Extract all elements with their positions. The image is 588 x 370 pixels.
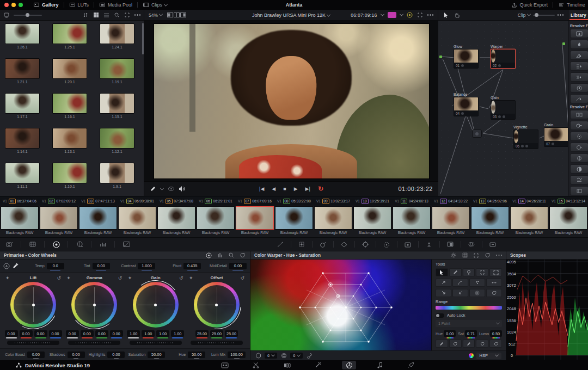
- gallery-still[interactable]: 1.26.1: [5, 23, 40, 58]
- timeline-clip[interactable]: Blackmagic RAW: [196, 206, 235, 237]
- picker-eyedropper-icon[interactable]: [12, 262, 19, 270]
- curves-icon[interactable]: [122, 240, 130, 248]
- hue-divisions-dropdown[interactable]: 6: [265, 353, 277, 359]
- warper-expand-icon[interactable]: [473, 251, 480, 259]
- multi-point-tool-button[interactable]: [469, 279, 485, 287]
- gallery-still[interactable]: 1.11.1: [5, 163, 40, 196]
- gallery-still[interactable]: 1.16.1: [52, 93, 87, 128]
- timeline-clip[interactable]: Blackmagic RAW: [549, 206, 588, 237]
- gain-green-value[interactable]: 1.00: [156, 330, 169, 337]
- wheels-reset-icon[interactable]: [240, 251, 246, 259]
- waveform-scope[interactable]: 4095 358430722560 204815361024 5120: [506, 260, 588, 360]
- next-clip-button[interactable]: ▶|: [305, 186, 310, 192]
- cut-page-button[interactable]: [249, 361, 263, 369]
- play-button[interactable]: ▶: [294, 186, 298, 192]
- wheels-mode-icon[interactable]: [205, 251, 212, 259]
- flag-icon[interactable]: [388, 12, 396, 18]
- color-boost-field[interactable]: Color Boost0.00: [4, 351, 45, 358]
- gallery-still[interactable]: 1.25.1: [52, 23, 87, 58]
- node-warper[interactable]: Warper 02: [491, 45, 516, 69]
- push-up-tool-button[interactable]: [436, 279, 451, 287]
- qualifier-icon[interactable]: [319, 240, 327, 248]
- magic-mask-icon[interactable]: [383, 240, 390, 248]
- node-combiner[interactable]: [472, 130, 482, 138]
- clip-info[interactable]: V1 13 04:25:02:06: [470, 196, 510, 206]
- reset-tool-button[interactable]: [486, 289, 502, 297]
- gain-wheel[interactable]: [133, 282, 179, 328]
- deliver-page-button[interactable]: [404, 361, 418, 369]
- flag-dropdown-icon[interactable]: [399, 13, 403, 16]
- gamma-red-value[interactable]: 0.00: [81, 330, 94, 337]
- hue-range-bar[interactable]: [436, 306, 502, 310]
- pin-tool-button[interactable]: [463, 268, 475, 276]
- minimize-window-button[interactable]: [11, 3, 16, 7]
- gain-reset-icon[interactable]: ↺: [179, 275, 183, 281]
- expand-tool-button[interactable]: [489, 268, 502, 276]
- node-mode-dropdown[interactable]: Clip: [518, 13, 530, 18]
- color-warper-icon[interactable]: [298, 240, 305, 248]
- speaker-icon[interactable]: [179, 185, 185, 193]
- timeline-clip[interactable]: Blackmagic RAW: [235, 206, 274, 237]
- offset-luminance-icon[interactable]: ✦: [189, 275, 193, 281]
- wheels-zoom-icon[interactable]: [228, 251, 235, 259]
- loop-button[interactable]: ↻: [318, 185, 323, 193]
- grid-view-icon[interactable]: [93, 11, 100, 19]
- gallery-more-icon[interactable]: [134, 14, 136, 16]
- transform-tool-button[interactable]: [476, 268, 488, 276]
- fx-directional-blur-button[interactable]: [570, 51, 588, 60]
- node-gain[interactable]: Gain 03: [491, 96, 516, 100]
- lift-luminance-icon[interactable]: ✦: [5, 275, 10, 281]
- gain-master-value[interactable]: 1.00: [127, 330, 140, 337]
- pull-tool-button[interactable]: [452, 289, 468, 297]
- gamma-master-slider[interactable]: [68, 341, 120, 345]
- lift-green-value[interactable]: 0.00: [34, 330, 47, 337]
- timeline-clip[interactable]: Blackmagic RAW: [431, 206, 470, 237]
- fx-color-generator-button[interactable]: [570, 132, 588, 141]
- warper-reset-icon[interactable]: [485, 251, 491, 259]
- lift-reset-icon[interactable]: ↺: [57, 275, 61, 281]
- link-icon[interactable]: [306, 352, 313, 360]
- timeline-clip[interactable]: Blackmagic RAW: [274, 206, 314, 237]
- tint-field[interactable]: Tint0.00: [66, 263, 110, 269]
- viewer-more-icon[interactable]: [427, 14, 429, 16]
- quick-export-button[interactable]: Quick Export: [506, 0, 553, 10]
- gain-red-value[interactable]: 1.00: [142, 330, 155, 337]
- hue-field[interactable]: Hue50.00: [165, 351, 205, 358]
- all-reset-button[interactable]: [489, 340, 502, 348]
- saturation-field[interactable]: Saturation50.00: [125, 351, 165, 358]
- fx-dehaze-button[interactable]: [570, 175, 588, 184]
- fx-contrast-pop-button[interactable]: [570, 164, 588, 174]
- gamma-blue-value[interactable]: 0.00: [110, 330, 123, 337]
- warper-hue-field[interactable]: Hue0.00: [436, 330, 456, 337]
- color-page-button[interactable]: [342, 361, 356, 369]
- clip-info[interactable]: V1 01 06:37:04:06: [0, 196, 39, 206]
- offset-master-slider[interactable]: [191, 341, 243, 345]
- stop-button[interactable]: ■: [283, 186, 286, 192]
- pan-hand-icon[interactable]: [454, 11, 460, 19]
- shadows-field[interactable]: Shadows0.00: [45, 351, 85, 358]
- timeline-clip[interactable]: Blackmagic RAW: [0, 206, 39, 237]
- hdr-wheels-icon[interactable]: [76, 240, 83, 248]
- expand-panel-icon[interactable]: [124, 11, 131, 19]
- clip-info[interactable]: V1 15 04:13:12:14: [549, 196, 588, 206]
- auto-balance-icon[interactable]: [3, 262, 10, 270]
- timeline-clip[interactable]: Blackmagic RAW: [78, 206, 118, 237]
- timecode-dropdown-icon[interactable]: [380, 13, 384, 16]
- warper-luma-field[interactable]: Luma0.50: [479, 330, 502, 337]
- fx-zoom-blur-button[interactable]: [570, 83, 588, 92]
- soften-tool-button[interactable]: [469, 289, 485, 297]
- timeline-toggle-button[interactable]: Timeline: [553, 0, 588, 10]
- still-albums-icon[interactable]: [3, 11, 10, 19]
- luma-pen-button[interactable]: [463, 340, 475, 348]
- close-window-button[interactable]: [4, 3, 9, 7]
- fullscreen-icon[interactable]: [417, 11, 424, 19]
- node-balance[interactable]: Balance 04: [454, 92, 479, 116]
- lift-red-value[interactable]: 0.00: [20, 330, 33, 337]
- search-icon[interactable]: [114, 11, 120, 19]
- prev-clip-button[interactable]: |◀: [259, 186, 264, 192]
- warper-more-icon[interactable]: [496, 255, 498, 256]
- edit-page-button[interactable]: [280, 361, 294, 369]
- mid-detail-field[interactable]: Mid/Detail0.00: [203, 263, 247, 269]
- clip-info[interactable]: V1 14 04:26:28:11: [510, 196, 549, 206]
- gallery-still[interactable]: 1.24.1: [100, 23, 134, 58]
